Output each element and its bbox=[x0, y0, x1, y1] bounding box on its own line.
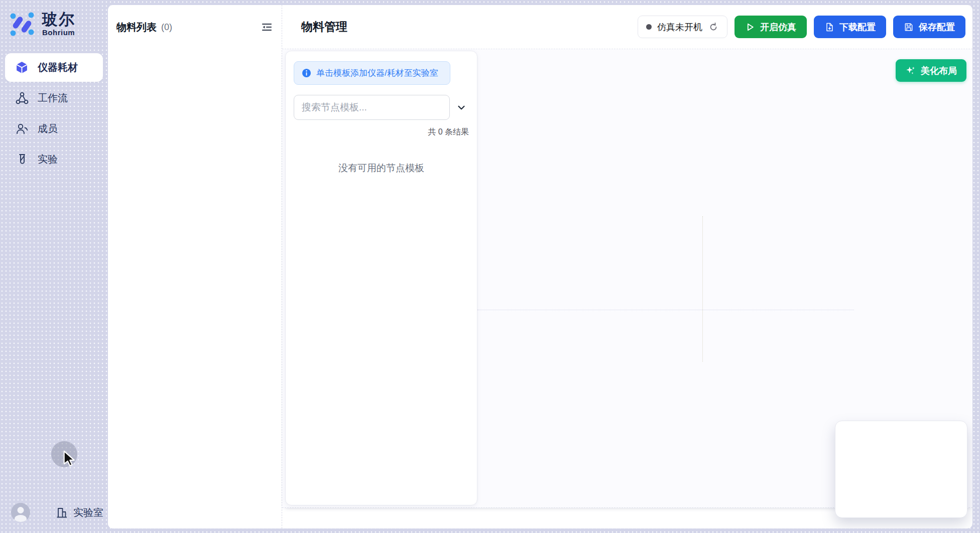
page-title: 物料管理 bbox=[301, 19, 347, 35]
cube-icon bbox=[15, 61, 29, 74]
empty-template-message: 没有可用的节点模板 bbox=[294, 162, 469, 175]
materials-panel-title: 物料列表 bbox=[116, 21, 157, 34]
status-label: 仿真未开机 bbox=[657, 21, 702, 33]
bohrium-logo-icon bbox=[9, 11, 35, 37]
building-icon bbox=[55, 506, 68, 519]
chevron-down-icon bbox=[456, 102, 467, 113]
lab-switcher[interactable]: 实验室 bbox=[55, 506, 103, 519]
status-dot-icon bbox=[646, 24, 652, 30]
start-simulation-button[interactable]: 开启仿真 bbox=[734, 16, 807, 38]
sidebar-nav: 仪器耗材 工作流 成员 bbox=[0, 53, 108, 174]
main-window: 物料列表 (0) 物料管理 仿真未开机 bbox=[108, 5, 972, 528]
refresh-icon bbox=[708, 22, 718, 32]
collapse-panel-button[interactable] bbox=[260, 20, 274, 34]
user-avatar[interactable] bbox=[11, 503, 30, 522]
download-config-button[interactable]: 下载配置 bbox=[814, 16, 886, 38]
save-icon bbox=[904, 22, 914, 32]
sidebar-item-workflow[interactable]: 工作流 bbox=[5, 84, 103, 112]
brand-logo: 玻尔 Bohrium bbox=[0, 0, 108, 37]
refresh-status-button[interactable] bbox=[708, 22, 719, 33]
canvas-guide-line-vertical bbox=[702, 216, 703, 362]
header-actions: 仿真未开机 开启仿真 bbox=[638, 16, 965, 38]
lab-switcher-label: 实验室 bbox=[73, 506, 103, 519]
canvas-guide-line-horizontal bbox=[477, 310, 854, 310]
brand-subtitle: Bohrium bbox=[42, 28, 75, 37]
workflow-icon bbox=[15, 91, 29, 105]
info-icon bbox=[302, 68, 311, 78]
info-banner: 单击模板添加仪器/耗材至实验室 bbox=[294, 61, 450, 85]
node-template-panel: 单击模板添加仪器/耗材至实验室 共 0 条结果 没有可用的节点模板 bbox=[285, 51, 477, 505]
sidebar-item-label: 成员 bbox=[38, 122, 58, 136]
sidebar-item-label: 实验 bbox=[38, 153, 58, 166]
sidebar-item-instruments[interactable]: 仪器耗材 bbox=[5, 53, 103, 82]
result-count: 共 0 条结果 bbox=[294, 127, 469, 138]
expand-filters-button[interactable] bbox=[454, 100, 469, 115]
sidebar-item-label: 工作流 bbox=[38, 91, 68, 105]
canvas-minimap[interactable] bbox=[835, 421, 967, 518]
collapse-panel-icon bbox=[261, 21, 273, 33]
sidebar-item-members[interactable]: 成员 bbox=[5, 114, 103, 143]
materials-panel: 物料列表 (0) bbox=[108, 5, 282, 528]
test-tube-icon bbox=[15, 153, 29, 166]
file-download-icon bbox=[824, 22, 834, 32]
info-banner-text: 单击模板添加仪器/耗材至实验室 bbox=[316, 67, 438, 79]
sidebar-item-experiments[interactable]: 实验 bbox=[5, 145, 103, 174]
beautify-layout-button[interactable]: 美化布局 bbox=[896, 59, 966, 82]
main-area: 物料管理 仿真未开机 开启仿真 bbox=[282, 5, 972, 528]
sidebar-item-label: 仪器耗材 bbox=[38, 61, 78, 74]
save-config-button[interactable]: 保存配置 bbox=[893, 16, 965, 38]
sparkles-icon bbox=[905, 65, 916, 76]
template-search-input[interactable] bbox=[294, 95, 450, 120]
members-icon bbox=[15, 122, 29, 136]
brand-title: 玻尔 bbox=[42, 12, 75, 28]
simulation-status-badge: 仿真未开机 bbox=[638, 16, 727, 38]
play-icon bbox=[745, 22, 755, 32]
materials-count: (0) bbox=[161, 22, 172, 33]
sidebar: 玻尔 Bohrium 仪器耗材 工作流 bbox=[0, 0, 108, 533]
page-header: 物料管理 仿真未开机 开启仿真 bbox=[282, 5, 972, 49]
sidebar-user-row: 实验室 bbox=[0, 503, 108, 522]
